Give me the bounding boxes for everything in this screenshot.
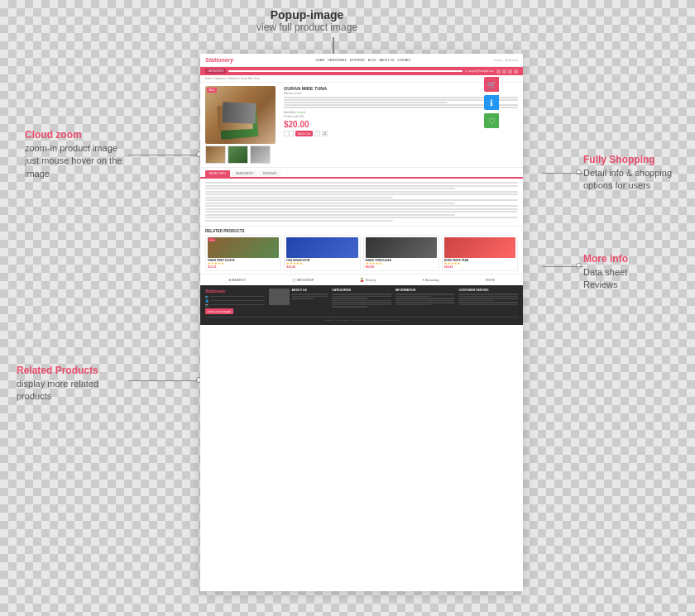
desc-line-2 xyxy=(284,99,518,101)
side-cart-bar[interactable]: 🛒 xyxy=(484,77,499,92)
related-price-2: $23.40 xyxy=(286,265,357,269)
footer-logo: Stationery xyxy=(205,289,265,294)
related-text: display more related products xyxy=(17,378,124,404)
footer-message-btn[interactable]: Leave us a message xyxy=(205,308,233,314)
tab-content xyxy=(200,177,523,226)
more-info-line xyxy=(542,266,583,267)
main-product-image[interactable]: SALE xyxy=(205,86,276,144)
footer-col-about: ABOUT US xyxy=(269,289,328,314)
more-info-text: Data sheetReviews xyxy=(583,266,683,292)
footer-copyright: Copyright © 2017 Stationery - All Right … xyxy=(205,317,518,322)
search-bar: CATEGORIES ✉ support@example.com xyxy=(200,67,523,75)
partner-amazing: ✦ Amazing xyxy=(422,278,439,282)
thumb-3[interactable] xyxy=(250,146,271,164)
related-product-2[interactable]: FIKA GENA KSTOM ★★★★★ $23.40 xyxy=(284,235,360,271)
product-tabs: MORE INFO DATA SHEET REVIEWS xyxy=(200,167,523,177)
product-images: SALE xyxy=(205,86,280,164)
footer-info-title: INFORMATION xyxy=(395,289,455,292)
partner-megshop: 🛒 MEGSHOP xyxy=(292,278,314,282)
desc-line-4 xyxy=(284,104,518,106)
cloud-zoom-line xyxy=(128,155,197,155)
related-products-title: RELATED PRODUCTS xyxy=(205,229,518,233)
related-products-grid: SALE FAKER PRINT SLEEVE ★★★★★ $12.31 FIK… xyxy=(205,235,518,271)
related-product-4[interactable]: WORU PASTE PEAM ★★★★★ $24.41 xyxy=(442,235,518,271)
mockup-header: Stationery HOME CATEGORIES EXTERIOR BLOG… xyxy=(200,54,523,67)
twitter-icon[interactable] xyxy=(502,69,506,74)
related-img-2 xyxy=(286,237,357,258)
tab-reviews[interactable]: REVIEWS xyxy=(259,170,280,177)
thumb-1[interactable] xyxy=(205,146,226,164)
footer-top: Stationery 🐦 📘 📷 Leave us a message xyxy=(205,289,518,314)
thumb-2[interactable] xyxy=(228,146,248,164)
header-links: Treasury My Account xyxy=(493,59,518,62)
nav-blog[interactable]: BLOG xyxy=(368,59,376,62)
partner-viste: VISTE xyxy=(486,278,496,282)
compare-button[interactable]: ⇄ xyxy=(322,131,328,136)
related-product-3[interactable]: EMASE TERM KAZAN ★★★★★ $40.80 xyxy=(363,235,439,271)
product-actions: 1 Add to Cart ♡ ⇄ xyxy=(284,131,518,136)
tab-data-sheet[interactable]: DATA SHEET xyxy=(232,170,257,177)
availability-label: Availability: xyxy=(284,111,297,114)
product-title: GURAN MIRE TUNA xyxy=(284,86,518,91)
facebook-icon[interactable] xyxy=(496,69,501,74)
thumbnail-images xyxy=(205,146,280,164)
related-products-section: RELATED PRODUCTS SALE FAKER PRINT SLEEVE… xyxy=(200,226,523,274)
footer-col-service: CUSTOMER SERVICE xyxy=(458,289,518,314)
side-wishlist-bar[interactable]: ♡ xyxy=(484,113,499,128)
footer-service-title: CUSTOMER SERVICE xyxy=(458,289,518,292)
cloud-zoom-title: Cloud zoom xyxy=(25,128,124,142)
social-icons xyxy=(496,69,518,74)
popup-title: Popup-image xyxy=(256,8,357,21)
partner-cherry: 🍒 Cherry xyxy=(360,278,376,282)
footer-col-brand: Stationery 🐦 📘 📷 Leave us a message xyxy=(205,289,265,314)
related-product-1[interactable]: SALE FAKER PRINT SLEEVE ★★★★★ $12.31 xyxy=(205,235,281,271)
cloud-zoom-text: zoom-in product image just mouse hover o… xyxy=(25,142,124,180)
book-gray xyxy=(222,102,256,123)
nav-about[interactable]: ABOUT US xyxy=(379,59,394,62)
footer-col-categories: CATEGORIES xyxy=(332,289,391,314)
fully-shopping-annotation: Fully Shopping Detail info & shopping op… xyxy=(583,153,683,193)
pinterest-icon[interactable] xyxy=(508,69,512,74)
tab-more-info[interactable]: MORE INFO xyxy=(205,170,230,177)
fully-shopping-line xyxy=(542,173,583,174)
popup-label: Popup-image view full product image xyxy=(256,8,357,33)
categories-btn[interactable]: CATEGORIES xyxy=(205,69,226,74)
quantity-input[interactable]: 1 xyxy=(284,131,294,136)
footer-categories-title: CATEGORIES xyxy=(332,289,391,292)
related-annotation: Related Products display more related pr… xyxy=(17,364,124,404)
side-info-bar[interactable]: ℹ xyxy=(484,95,499,110)
desc-line-1 xyxy=(284,97,518,98)
desc-line-3 xyxy=(284,102,448,103)
partner-market: ⊕ MARKET xyxy=(228,278,246,282)
breadcrumb: Home / Categories / Notebook / Guran Mir… xyxy=(200,75,523,83)
nav-exterior[interactable]: EXTERIOR xyxy=(350,59,365,62)
product-code: Product code: 001 xyxy=(284,115,518,118)
search-input[interactable] xyxy=(228,70,463,72)
site-footer: Stationery 🐦 📘 📷 Leave us a message xyxy=(200,285,523,325)
related-line xyxy=(128,380,197,381)
product-price: $20.00 xyxy=(284,120,518,129)
nav-contact[interactable]: CONTACT xyxy=(397,59,411,62)
popup-subtitle: view full product image xyxy=(256,21,357,33)
product-section: SALE GURAN MIRE TUNA Add your review xyxy=(200,83,523,167)
site-logo: Stationery xyxy=(205,57,233,63)
related-title-label: Related Products xyxy=(17,364,124,378)
book-stack xyxy=(216,93,266,138)
nav-home[interactable]: HOME xyxy=(316,59,325,62)
add-to-cart-button[interactable]: Add to Cart xyxy=(295,131,313,136)
partners-section: ⊕ MARKET 🛒 MEGSHOP 🍒 Cherry ✦ Amazing VI… xyxy=(200,274,523,285)
related-img-4 xyxy=(444,237,515,258)
wishlist-button[interactable]: ♡ xyxy=(314,131,320,136)
nav-categories[interactable]: CATEGORIES xyxy=(328,59,347,62)
arrow-line xyxy=(333,37,334,54)
google-icon[interactable] xyxy=(514,69,518,74)
availability: Availability: In stock xyxy=(284,111,518,114)
related-img-3 xyxy=(366,237,437,258)
cloud-zoom-annotation: Cloud zoom zoom-in product image just mo… xyxy=(25,128,124,180)
more-info-title: More info xyxy=(583,252,683,266)
content-text-lines xyxy=(205,182,518,222)
desc-line-5 xyxy=(284,107,518,108)
related-price-4: $24.41 xyxy=(444,265,515,269)
product-info: GURAN MIRE TUNA Add your review Availabi… xyxy=(284,86,518,164)
product-subtitle: Add your review xyxy=(284,92,518,95)
